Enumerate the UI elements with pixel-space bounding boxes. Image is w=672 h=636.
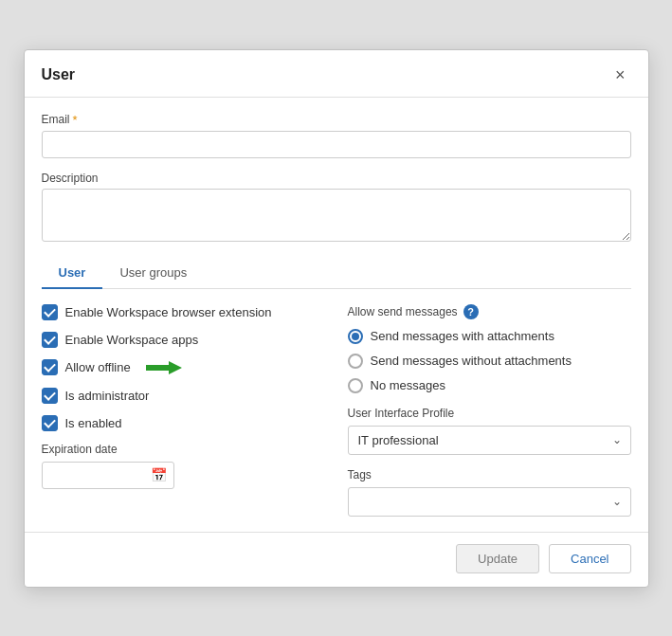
is-administrator-checkbox[interactable] [42,388,58,404]
update-button[interactable]: Update [456,544,539,573]
expiration-section: Expiration date 📅 [42,443,325,489]
checkbox-enable-workspace-browser: Enable Workspace browser extension [42,304,325,320]
checkbox-allow-offline: Allow offline [42,359,325,376]
ui-profile-select[interactable]: IT professional Standard Power User [348,426,631,455]
required-indicator: * [73,113,78,127]
help-icon[interactable]: ? [463,304,479,319]
ui-profile-label: User Interface Profile [348,407,631,420]
enable-workspace-apps-label: Enable Workspace apps [65,333,199,347]
allow-offline-arrow [146,359,182,376]
checkbox-is-enabled: Is enabled [42,415,325,431]
email-field-group: Email * [42,113,631,158]
description-label: Description [42,172,631,185]
radio-send-with-attachments-label: Send messages with attachments [371,329,554,343]
tab-user[interactable]: User [42,258,103,289]
close-button[interactable]: × [609,64,631,87]
cancel-button[interactable]: Cancel [549,544,630,573]
left-column: Enable Workspace browser extension Enabl… [42,304,325,517]
description-input[interactable] [42,189,631,242]
radio-no-messages: No messages [348,378,631,393]
is-enabled-checkbox[interactable] [42,415,58,431]
expiration-label: Expiration date [42,443,325,456]
dialog-body: Email * Description User User groups Ena… [25,98,648,532]
radio-send-without-attachments-input[interactable] [348,354,363,369]
enable-workspace-browser-checkbox[interactable] [42,304,58,320]
checkbox-enable-workspace-apps: Enable Workspace apps [42,332,325,348]
is-enabled-label: Is enabled [65,416,122,430]
radio-send-with-attachments-input[interactable] [348,329,363,344]
radio-no-messages-input[interactable] [348,378,363,393]
svg-marker-0 [146,361,182,374]
radio-no-messages-label: No messages [371,378,445,392]
expiration-input-wrapper: 📅 [42,462,174,489]
tabs: User User groups [42,258,631,289]
allow-send-messages-label: Allow send messages ? [348,304,631,319]
tab-content: Enable Workspace browser extension Enabl… [42,304,631,517]
enable-workspace-apps-checkbox[interactable] [42,332,58,348]
tags-select-wrapper: ⌄ [348,487,631,517]
description-field-group: Description [42,172,631,245]
radio-send-with-attachments: Send messages with attachments [348,329,631,344]
allow-offline-checkbox[interactable] [42,359,58,375]
radio-send-without-attachments-label: Send messages without attachments [371,354,572,368]
tags-select[interactable] [348,487,631,517]
ui-profile-select-wrapper: IT professional Standard Power User ⌄ [348,426,631,455]
tab-user-groups[interactable]: User groups [102,258,204,289]
allow-offline-label: Allow offline [65,360,131,374]
dialog-title: User [42,66,76,83]
user-dialog: User × Email * Description User User gro… [24,49,649,588]
is-administrator-label: Is administrator [65,389,150,403]
email-label: Email * [42,113,631,127]
checkbox-is-administrator: Is administrator [42,388,325,404]
dialog-footer: Update Cancel [25,532,648,587]
dialog-header: User × [25,50,648,98]
email-input[interactable] [42,131,631,158]
radio-send-without-attachments: Send messages without attachments [348,354,631,369]
tags-label: Tags [348,468,631,482]
right-column: Allow send messages ? Send messages with… [348,304,631,517]
enable-workspace-browser-label: Enable Workspace browser extension [65,305,272,319]
expiration-input[interactable] [42,462,174,489]
